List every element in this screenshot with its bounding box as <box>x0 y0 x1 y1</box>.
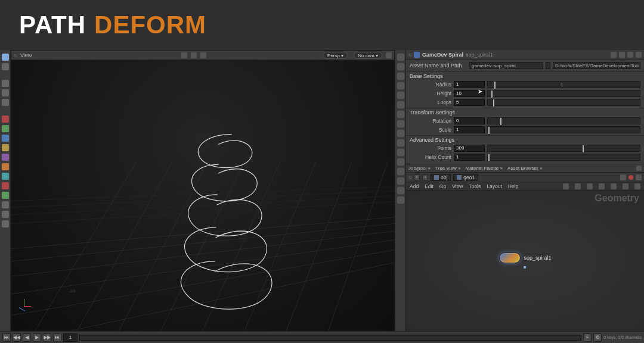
menu-go[interactable]: Go <box>439 183 446 189</box>
scale-tool-icon[interactable] <box>2 99 9 106</box>
param-value-field[interactable]: 1 <box>454 154 485 161</box>
expand-icon[interactable] <box>636 52 642 58</box>
camera-dropdown[interactable]: Persp ▾ <box>323 52 348 59</box>
menu-tools[interactable]: Tools <box>469 183 481 189</box>
param-slider[interactable] <box>487 117 640 124</box>
step-fwd-button[interactable]: ▶▶ <box>43 333 51 342</box>
path-crumb-obj[interactable]: obj <box>431 174 451 181</box>
display-option-icon[interactable] <box>397 130 404 137</box>
display-option-icon[interactable] <box>397 92 404 99</box>
menu-help[interactable]: Help <box>508 183 518 189</box>
current-frame-field[interactable]: 1 <box>63 333 78 342</box>
param-slider[interactable] <box>487 99 640 106</box>
network-tool-icon[interactable] <box>611 183 617 189</box>
display-option-icon[interactable] <box>397 63 404 70</box>
shelf-icon[interactable] <box>2 135 9 142</box>
param-slider[interactable]: 1 <box>487 81 640 88</box>
node-display-flag-icon[interactable]: ■ <box>524 264 527 270</box>
nav-fwd-button[interactable]: › <box>422 174 428 180</box>
shelf-icon[interactable] <box>2 211 9 218</box>
section-advanced-settings[interactable]: Advanced Settings <box>406 135 644 144</box>
display-option-icon[interactable] <box>397 139 404 146</box>
play-back-button[interactable]: ◀ <box>23 333 31 342</box>
network-tool-icon[interactable] <box>575 183 581 189</box>
shelf-icon[interactable] <box>2 220 9 227</box>
shelf-icon[interactable] <box>2 173 9 180</box>
viewport-tool-icon[interactable] <box>200 52 206 58</box>
section-transform-settings[interactable]: Transform Settings <box>406 108 644 116</box>
nav-back-button[interactable]: ‹ <box>414 174 420 180</box>
shelf-icon[interactable] <box>2 144 9 151</box>
param-node-name[interactable]: sop_spiral1 <box>466 52 493 58</box>
network-tool-icon[interactable] <box>599 183 605 189</box>
param-value-field[interactable]: 5 <box>454 99 485 106</box>
section-base-settings[interactable]: Base Settings <box>406 71 644 80</box>
shelf-icon[interactable] <box>2 163 9 170</box>
go-end-button[interactable]: ⏭ <box>53 333 61 342</box>
param-slider[interactable] <box>487 126 640 133</box>
tab-treeview[interactable]: Tree View × <box>435 166 460 171</box>
record-indicator-icon[interactable] <box>628 175 633 180</box>
node-sop-spiral[interactable]: sop_spiral1 ■ <box>499 252 551 263</box>
menu-add[interactable]: Add <box>410 183 419 189</box>
timeline-track[interactable] <box>79 335 581 341</box>
no-cam-dropdown[interactable]: No cam ▾ <box>354 52 382 59</box>
menu-view[interactable]: View <box>452 183 463 189</box>
tab-jobspool[interactable]: Job/pool × <box>408 166 431 171</box>
gear-icon[interactable] <box>611 52 617 58</box>
param-value-field[interactable]: 10 <box>454 90 485 97</box>
param-slider[interactable] <box>487 90 640 97</box>
shelf-icon[interactable] <box>2 192 9 199</box>
viewport-tool-icon[interactable] <box>191 52 197 58</box>
path-tool-icon[interactable] <box>636 174 642 180</box>
help-icon[interactable] <box>627 52 633 58</box>
menu-edit[interactable]: Edit <box>425 183 434 189</box>
select-tool-icon[interactable] <box>2 54 9 61</box>
go-start-button[interactable]: ⏮ <box>2 333 11 342</box>
viewport-tool-icon[interactable] <box>181 52 187 58</box>
rotate-tool-icon[interactable] <box>2 89 9 96</box>
param-value-field[interactable]: 309 <box>454 145 485 152</box>
step-back-button[interactable]: ◀◀ <box>13 333 21 342</box>
tab-assetbrowser[interactable]: Asset Browser × <box>507 166 542 171</box>
param-slider[interactable] <box>487 145 640 152</box>
param-slider[interactable] <box>487 154 640 161</box>
pointer-tool-icon[interactable] <box>2 63 9 70</box>
display-option-icon[interactable] <box>397 82 404 89</box>
shelf-icon[interactable] <box>2 154 9 161</box>
asset-name-field[interactable]: gamedev::sop_spiral <box>469 62 543 69</box>
display-option-icon[interactable] <box>397 101 404 108</box>
node-chip-icon[interactable] <box>499 252 520 263</box>
shelf-icon[interactable] <box>2 182 9 189</box>
move-tool-icon[interactable] <box>2 80 9 87</box>
display-option-icon[interactable] <box>397 120 404 127</box>
viewport-header-icon[interactable] <box>386 52 392 58</box>
display-option-icon[interactable] <box>397 177 404 185</box>
network-tool-icon[interactable] <box>563 183 569 189</box>
shelf-icon[interactable] <box>2 201 9 208</box>
display-option-icon[interactable] <box>397 149 404 156</box>
path-tool-icon[interactable] <box>620 174 626 180</box>
pin-icon[interactable]: ⎋ <box>14 52 17 58</box>
network-tool-icon[interactable] <box>623 183 628 189</box>
display-option-icon[interactable] <box>397 168 404 175</box>
display-option-icon[interactable] <box>397 111 404 118</box>
timeline-opt-icon[interactable]: ⚙ <box>593 333 602 342</box>
network-canvas[interactable]: Geometry sop_spiral1 ■ <box>406 191 644 331</box>
param-value-field[interactable]: 0 <box>454 117 485 124</box>
asset-file-path-field[interactable]: D:/work/SideFX/GameDevelopmentToolset/ot… <box>553 62 640 69</box>
pane-menu-icon[interactable] <box>636 166 642 171</box>
timeline-opt-icon[interactable]: ≡ <box>583 333 592 342</box>
shelf-icon[interactable] <box>2 116 9 123</box>
path-crumb-geo[interactable]: geo1 <box>453 174 478 181</box>
network-tool-icon[interactable] <box>634 183 640 189</box>
search-icon[interactable] <box>619 52 625 58</box>
display-option-icon[interactable] <box>397 54 404 61</box>
scene-view-tab-label[interactable]: View <box>20 52 32 58</box>
display-option-icon[interactable] <box>397 187 404 194</box>
asset-name-dropdown[interactable] <box>546 62 550 69</box>
pin-icon[interactable]: ⎋ <box>408 174 411 180</box>
param-value-field[interactable]: 1 <box>454 126 485 133</box>
network-tool-icon[interactable] <box>587 183 593 189</box>
axis-gizmo[interactable] <box>16 298 32 314</box>
